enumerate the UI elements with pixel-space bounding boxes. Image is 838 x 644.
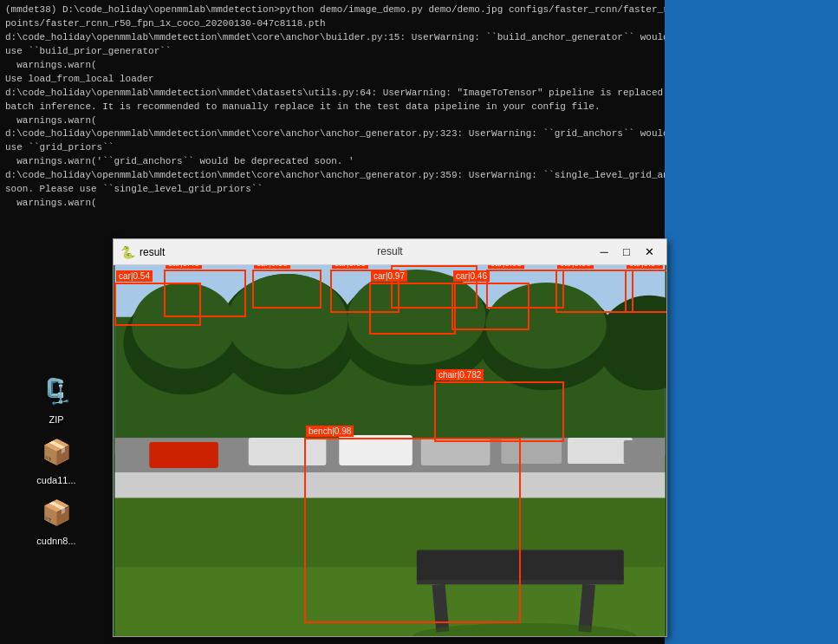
maximize-button[interactable]: □ <box>616 243 637 262</box>
right-blue-area <box>665 0 838 644</box>
svg-rect-12 <box>114 472 665 498</box>
svg-rect-17 <box>339 435 413 465</box>
svg-rect-18 <box>421 438 490 465</box>
minimize-button[interactable]: ─ <box>594 243 614 262</box>
svg-point-7 <box>132 283 235 369</box>
result-image-area: car|0.54car|0.40car|0.59car|0.60car|0.96… <box>114 265 666 636</box>
svg-point-10 <box>485 283 606 369</box>
cudnn-icon-img: 📦 <box>36 492 77 534</box>
zip-icon-label: ZIP <box>49 414 63 425</box>
result-titlebar: 🐍 result result ─ □ ✕ <box>114 239 666 265</box>
result-window: 🐍 result result ─ □ ✕ <box>113 238 667 637</box>
svg-rect-20 <box>568 438 633 464</box>
svg-rect-15 <box>149 442 218 468</box>
svg-rect-19 <box>501 439 562 464</box>
svg-rect-16 <box>249 438 327 465</box>
close-button[interactable]: ✕ <box>639 243 659 262</box>
cuda-icon[interactable]: 📦 cuda11... <box>7 432 106 485</box>
svg-rect-21 <box>624 440 663 464</box>
cudnn-icon[interactable]: 📦 cudnn8... <box>7 492 106 546</box>
svg-point-8 <box>227 274 348 368</box>
cudnn-icon-label: cudnn8... <box>36 536 75 546</box>
scene-background <box>114 265 666 636</box>
cuda-icon-label: cuda11... <box>36 475 75 485</box>
title-left: 🐍 result <box>120 245 165 259</box>
svg-point-9 <box>348 270 485 364</box>
result-window-icon: 🐍 <box>120 245 134 259</box>
window-controls: ─ □ ✕ <box>594 243 659 262</box>
result-window-title: result <box>140 246 165 258</box>
cuda-icon-img: 📦 <box>36 432 77 473</box>
svg-rect-23 <box>417 550 624 580</box>
zip-icon[interactable]: 🗜️ ZIP <box>7 371 106 425</box>
zip-icon-img: 🗜️ <box>36 371 77 413</box>
result-title-center: result <box>377 245 402 257</box>
desktop-icons-area: 🗜️ ZIP 📦 cuda11... 📦 cudnn8... <box>0 364 113 553</box>
